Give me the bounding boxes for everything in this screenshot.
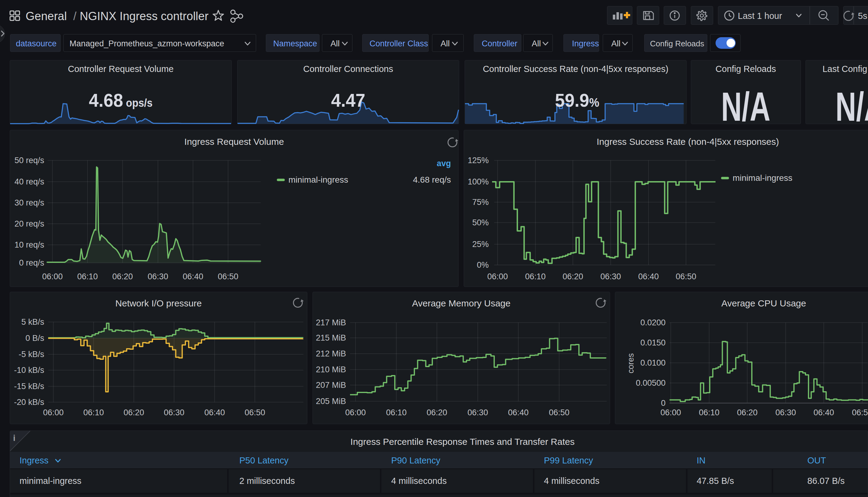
svg-text:06:10: 06:10 xyxy=(699,408,720,417)
svg-text:10 req/s: 10 req/s xyxy=(14,240,44,250)
svg-text:06:30: 06:30 xyxy=(467,408,488,417)
svg-text:06:20: 06:20 xyxy=(737,408,758,417)
svg-text:06:30: 06:30 xyxy=(600,272,621,281)
svg-text:06:20: 06:20 xyxy=(112,272,133,281)
svg-text:06:30: 06:30 xyxy=(775,408,796,417)
svg-text:06:40: 06:40 xyxy=(813,408,834,417)
svg-text:0.0200: 0.0200 xyxy=(640,318,666,327)
svg-text:100%: 100% xyxy=(468,177,489,186)
svg-text:06:40: 06:40 xyxy=(204,408,225,417)
svg-text:50%: 50% xyxy=(472,218,489,227)
svg-text:-20 kB/s: -20 kB/s xyxy=(14,398,44,407)
svg-text:06:50: 06:50 xyxy=(852,408,868,417)
svg-text:40 req/s: 40 req/s xyxy=(14,177,44,186)
svg-text:06:20: 06:20 xyxy=(124,408,144,417)
svg-text:205 MiB: 205 MiB xyxy=(316,397,346,406)
svg-text:06:50: 06:50 xyxy=(675,272,696,281)
svg-text:5 kB/s: 5 kB/s xyxy=(22,317,44,327)
svg-text:50 req/s: 50 req/s xyxy=(14,156,44,165)
svg-text:06:00: 06:00 xyxy=(487,272,508,281)
svg-text:207 MiB: 207 MiB xyxy=(316,381,346,390)
svg-text:25%: 25% xyxy=(472,240,489,249)
svg-text:210 MiB: 210 MiB xyxy=(316,365,346,374)
svg-text:212 MiB: 212 MiB xyxy=(316,349,346,358)
svg-text:06:00: 06:00 xyxy=(345,408,366,417)
svg-text:06:00: 06:00 xyxy=(43,408,64,417)
svg-text:0%: 0% xyxy=(477,260,489,270)
svg-text:06:50: 06:50 xyxy=(244,408,265,417)
svg-text:06:40: 06:40 xyxy=(638,272,659,281)
svg-text:06:30: 06:30 xyxy=(147,272,168,281)
svg-text:06:50: 06:50 xyxy=(549,408,570,417)
svg-text:06:50: 06:50 xyxy=(218,272,238,281)
svg-text:06:40: 06:40 xyxy=(183,272,203,281)
svg-text:0 req/s: 0 req/s xyxy=(19,258,44,267)
svg-text:06:10: 06:10 xyxy=(386,408,407,417)
svg-text:-5 kB/s: -5 kB/s xyxy=(18,350,44,359)
svg-text:125%: 125% xyxy=(468,156,489,165)
svg-text:215 MiB: 215 MiB xyxy=(316,333,346,342)
svg-text:217 MiB: 217 MiB xyxy=(316,318,346,327)
svg-text:06:10: 06:10 xyxy=(77,272,98,281)
svg-text:30 req/s: 30 req/s xyxy=(14,198,44,207)
svg-text:20 req/s: 20 req/s xyxy=(14,219,44,228)
svg-text:-15 kB/s: -15 kB/s xyxy=(14,382,44,391)
svg-text:06:00: 06:00 xyxy=(42,272,63,281)
svg-text:0.0150: 0.0150 xyxy=(640,338,666,347)
svg-text:06:00: 06:00 xyxy=(660,408,681,417)
svg-text:0: 0 xyxy=(661,398,666,408)
svg-text:-10 kB/s: -10 kB/s xyxy=(14,366,44,375)
svg-text:0.00500: 0.00500 xyxy=(636,379,666,387)
svg-text:06:10: 06:10 xyxy=(83,408,104,417)
svg-text:06:10: 06:10 xyxy=(525,272,546,281)
svg-text:0 B/s: 0 B/s xyxy=(25,333,44,343)
svg-text:75%: 75% xyxy=(472,198,489,207)
svg-text:06:30: 06:30 xyxy=(164,408,184,417)
svg-text:06:20: 06:20 xyxy=(427,408,447,417)
svg-text:06:40: 06:40 xyxy=(508,408,529,417)
svg-text:0.0100: 0.0100 xyxy=(640,358,666,367)
svg-text:06:20: 06:20 xyxy=(563,272,583,281)
